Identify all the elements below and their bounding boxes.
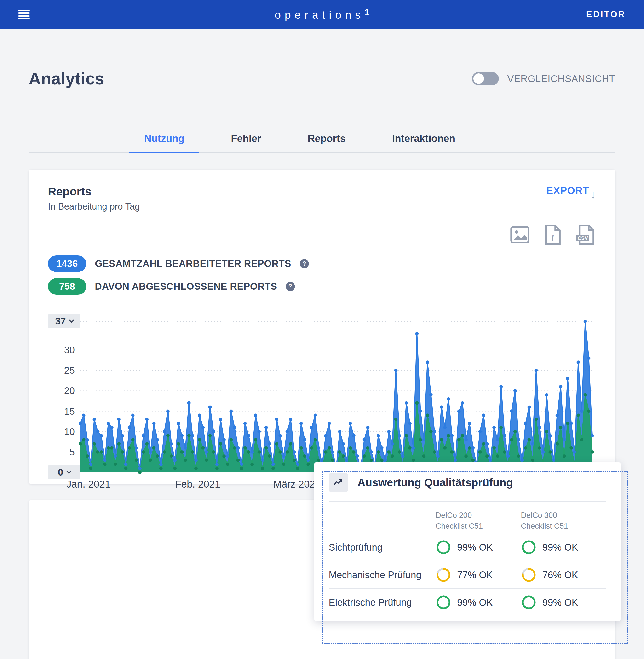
svg-text:ƒ: ƒ <box>551 233 555 241</box>
quality-value: 99% OK <box>543 597 578 608</box>
help-icon[interactable]: ? <box>300 259 309 268</box>
editor-mode-label[interactable]: EDITOR <box>586 9 626 19</box>
progress-ring <box>436 539 451 555</box>
chart-legend: 1436 GESAMTZAHL BEARBEITETER REPORTS ? 7… <box>48 256 596 295</box>
chart-line-icon <box>329 473 348 492</box>
quality-panel: Auswertung Qualitätsprüfung DelCo 200 Ch… <box>314 462 621 621</box>
svg-text:10: 10 <box>64 426 75 437</box>
x-axis-label: Feb. 2021 <box>175 478 221 490</box>
row-label-sichtpruefung: Sichtprüfung <box>329 534 436 561</box>
quality-card: Auswertung Qualitätsprüfung DelCo 200 Ch… <box>314 462 621 621</box>
progress-ring <box>521 567 537 583</box>
svg-text:15: 15 <box>64 406 75 417</box>
toggle-knob <box>474 73 484 84</box>
y-axis-max-selector[interactable]: 37 <box>48 314 80 328</box>
export-image-icon[interactable] <box>509 224 531 246</box>
row-label-mechanische-pruefung: Mechanische Prüfung <box>329 562 436 589</box>
analytics-tabs: Nutzung Fehler Reports Interaktionen <box>29 133 615 153</box>
tab-interaktionen[interactable]: Interaktionen <box>377 133 470 152</box>
svg-text:20: 20 <box>64 386 75 396</box>
export-button[interactable]: EXPORT ↓ <box>546 185 596 201</box>
app-logo: operations1 <box>275 7 369 21</box>
tab-nutzung[interactable]: Nutzung <box>129 133 199 153</box>
legend-row-completed: 758 DAVON ABGESCHLOSSENE REPORTS ? <box>48 278 596 295</box>
export-csv-icon[interactable]: CSV <box>574 224 596 246</box>
quality-panel-title: Auswertung Qualitätsprüfung <box>358 476 513 489</box>
quality-cell: 99% OK <box>436 589 521 616</box>
reports-card: Reports In Bearbeitung pro Tag EXPORT ↓ <box>29 170 615 484</box>
x-axis-label: März 2021 <box>273 478 321 490</box>
total-reports-badge: 1436 <box>48 256 86 272</box>
progress-ring <box>521 539 537 555</box>
csv-icon-label: CSV <box>578 235 588 241</box>
row-label-elektrische-pruefung: Elektrische Prüfung <box>329 589 436 616</box>
quality-value: 99% OK <box>457 597 493 608</box>
quality-value: 99% OK <box>457 542 493 553</box>
svg-text:25: 25 <box>64 365 75 376</box>
legend-row-total: 1436 GESAMTZAHL BEARBEITETER REPORTS ? <box>48 256 596 272</box>
y-axis-min-selector[interactable]: 0 <box>48 465 80 479</box>
logo-superscript: 1 <box>364 7 369 17</box>
line-chart-canvas[interactable]: 51015202530 <box>48 318 596 477</box>
column-header-delco200: DelCo 200 Checklist C51 <box>436 502 521 534</box>
page-title: Analytics <box>29 69 105 88</box>
help-icon[interactable]: ? <box>286 282 295 291</box>
reports-card-subtitle: In Bearbeitung pro Tag <box>48 201 140 212</box>
tab-fehler[interactable]: Fehler <box>216 133 276 152</box>
column-header-delco300: DelCo 300 Checklist C51 <box>521 502 606 534</box>
completed-reports-label: DAVON ABGESCHLOSSENE REPORTS <box>95 281 277 292</box>
reports-chart: 37 0 51015202530 <box>48 318 596 476</box>
progress-ring <box>521 594 537 610</box>
chevron-down-icon <box>66 468 71 474</box>
compare-view-label: VERGLEICHSANSICHT <box>507 73 615 84</box>
completed-reports-badge: 758 <box>48 278 86 295</box>
chevron-down-icon <box>69 317 74 323</box>
progress-ring <box>436 567 451 583</box>
compare-view-toggle[interactable] <box>472 72 499 85</box>
app-header: operations1 EDITOR <box>0 0 644 29</box>
logo-text: operations <box>275 9 365 21</box>
download-arrow-icon: ↓ <box>591 189 596 201</box>
reports-card-title: Reports <box>48 185 140 198</box>
progress-ring <box>436 594 451 610</box>
svg-text:30: 30 <box>64 345 75 355</box>
quality-value: 77% OK <box>457 570 493 580</box>
quality-cell: 99% OK <box>436 534 521 561</box>
quality-cell: 76% OK <box>521 562 606 588</box>
menu-icon[interactable] <box>18 9 30 19</box>
svg-text:5: 5 <box>69 447 75 457</box>
x-axis-label: Jan. 2021 <box>66 478 111 490</box>
quality-value: 99% OK <box>543 542 578 553</box>
tab-reports[interactable]: Reports <box>293 133 361 152</box>
quality-cell: 77% OK <box>436 562 521 588</box>
export-pdf-icon[interactable]: ƒ <box>542 224 564 246</box>
total-reports-label: GESAMTZAHL BEARBEITETER REPORTS <box>95 258 291 269</box>
quality-cell: 99% OK <box>521 589 606 616</box>
quality-cell: 99% OK <box>521 534 606 561</box>
quality-value: 76% OK <box>543 570 578 580</box>
